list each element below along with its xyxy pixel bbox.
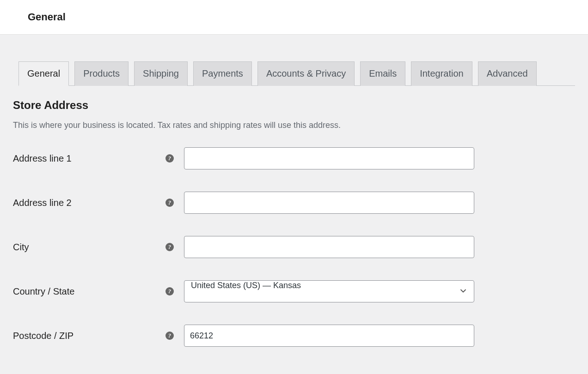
section-description: This is where your business is located. … [13,119,575,132]
tabs-container: General Products Shipping Payments Accou… [13,35,575,86]
tab-integration[interactable]: Integration [411,61,472,86]
section-title: Store Address [13,99,575,112]
country-state-select-wrap: United States (US) — Kansas [184,280,474,302]
label-postcode: Postcode / ZIP [13,331,165,341]
help-icon[interactable]: ? [165,332,174,340]
help-cell: ? [165,287,184,296]
tab-products[interactable]: Products [74,61,129,86]
help-cell: ? [165,243,184,251]
label-country-state: Country / State [13,286,165,297]
help-cell: ? [165,199,184,207]
help-cell: ? [165,332,184,340]
settings-tabs: General Products Shipping Payments Accou… [18,61,575,86]
tab-emails[interactable]: Emails [360,61,405,86]
help-icon[interactable]: ? [165,199,174,207]
page-title: General [28,11,560,23]
label-address-line-2: Address line 2 [13,198,165,208]
help-icon[interactable]: ? [165,154,174,163]
row-address-line-2: Address line 2 ? [13,192,575,214]
row-address-line-1: Address line 1 ? [13,147,575,169]
help-icon[interactable]: ? [165,243,174,251]
tab-general[interactable]: General [18,61,69,86]
content-area: General Products Shipping Payments Accou… [0,35,588,374]
page-header: General [0,0,588,35]
row-postcode: Postcode / ZIP ? [13,325,575,347]
address-line-2-input[interactable] [184,192,474,214]
help-cell: ? [165,154,184,163]
row-city: City ? [13,236,575,258]
tab-accounts-privacy[interactable]: Accounts & Privacy [257,61,355,86]
label-address-line-1: Address line 1 [13,153,165,164]
tab-payments[interactable]: Payments [193,61,252,86]
country-state-select[interactable]: United States (US) — Kansas [184,280,474,302]
tab-shipping[interactable]: Shipping [134,61,188,86]
address-line-1-input[interactable] [184,147,474,169]
tab-advanced[interactable]: Advanced [478,61,537,86]
city-input[interactable] [184,236,474,258]
label-city: City [13,242,165,253]
postcode-input[interactable] [184,325,474,347]
store-address-section: Store Address This is where your busines… [13,86,575,347]
row-country-state: Country / State ? United States (US) — K… [13,280,575,302]
help-icon[interactable]: ? [165,287,174,296]
